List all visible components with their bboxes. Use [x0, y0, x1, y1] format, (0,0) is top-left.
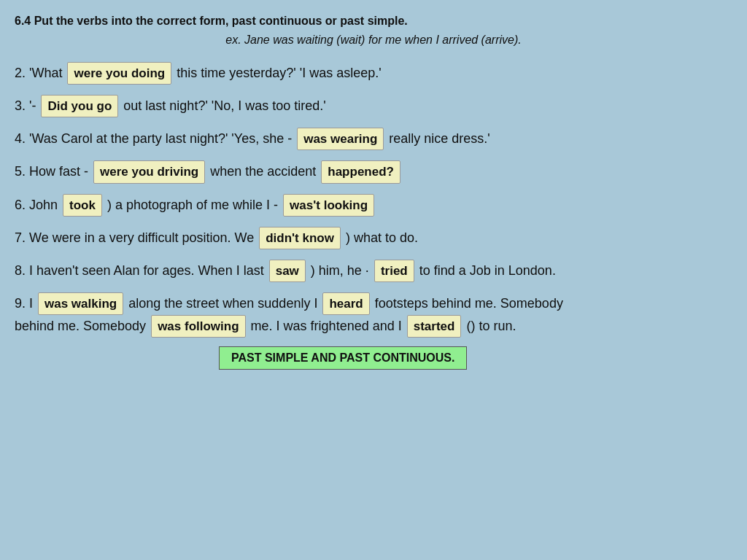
- exercise-9: 9. I was walking along the street when s…: [15, 292, 732, 338]
- ex9-answer1: was walking: [38, 292, 123, 315]
- main-title: 6.4 Put the verbs into the correct form,…: [15, 13, 732, 29]
- ex5-answer2: happened?: [321, 160, 400, 183]
- ex2-number: 2.: [15, 66, 26, 80]
- exercise-5: 5. How fast - were you driving when the …: [15, 160, 732, 183]
- ex5-text2: when the accident: [210, 164, 320, 179]
- exercise-4: 4. 'Was Carol at the party last night?' …: [15, 128, 732, 150]
- ex5-text1: How fast -: [29, 164, 92, 179]
- ex9-answer3: was following: [151, 315, 245, 338]
- ex4-text2: really nice dress.': [389, 131, 490, 146]
- ex9-answer2: heard: [322, 292, 369, 315]
- ex5-number: 5.: [15, 164, 26, 179]
- ex7-answer: didn't know: [259, 227, 341, 249]
- ex6-number: 6.: [15, 198, 26, 212]
- exercise-3: 3. '- Did you go out last night?' 'No, I…: [15, 95, 732, 117]
- ex7-number: 7.: [15, 230, 26, 245]
- ex4-number: 4.: [15, 131, 26, 146]
- ex9-mid1: along the street when suddenly I: [128, 296, 321, 311]
- ex6-answer1: took: [63, 194, 102, 217]
- ex5-answer1: were you driving: [93, 160, 205, 183]
- ex7-text2: ) what to do.: [346, 230, 418, 245]
- ex3-text2: out last night?' 'No, I was too tired.': [123, 98, 325, 113]
- ex6-answer2: was't looking: [283, 194, 374, 217]
- ex8-text1: I haven't seen Alan for ages. When I las…: [29, 263, 268, 278]
- subtitle-prefix: ex.: [225, 34, 244, 46]
- exercise-6: 6. John took ) a photograph of me while …: [15, 194, 732, 217]
- exercise-2: 2. 'What were you doing this time yester…: [15, 62, 732, 85]
- ex9-mid3: me. I was frightened and I: [251, 319, 406, 333]
- ex2-text1: 'What: [29, 66, 66, 80]
- ex4-text1: 'Was Carol at the party last night?' 'Ye…: [29, 131, 295, 146]
- ex6-text2: ) a photograph of me while I -: [107, 198, 282, 212]
- exercise-7: 7. We were in a very difficult position.…: [15, 227, 732, 249]
- ex2-answer: were you doing: [67, 62, 171, 85]
- subtitle: ex. Jane was waiting (wait) for me when …: [15, 32, 732, 48]
- ex3-number: 3.: [15, 98, 26, 113]
- ex8-text2: ) him, he ·: [311, 263, 369, 278]
- footer-text: PAST SIMPLE AND PAST CONTINUOUS.: [219, 346, 467, 370]
- ex9-behind: behind me. Somebody: [15, 319, 150, 333]
- ex8-number: 8.: [15, 263, 26, 278]
- ex9-answer4: started: [407, 315, 462, 338]
- ex3-text1: '-: [29, 98, 39, 113]
- ex9-suffix: () to run.: [466, 319, 516, 333]
- subtitle-italic: Jane was waiting (wait) for me when I ar…: [244, 34, 522, 46]
- ex9-prefix: 9. I: [15, 296, 36, 311]
- ex6-text1: John: [29, 198, 61, 212]
- ex8-answer1: saw: [269, 260, 306, 282]
- exercise-8: 8. I haven't seen Alan for ages. When I …: [15, 260, 732, 282]
- footer-banner: PAST SIMPLE AND PAST CONTINUOUS.: [15, 342, 732, 370]
- ex7-text1: We were in a very difficult position. We: [29, 230, 258, 245]
- ex3-answer: Did you go: [41, 95, 118, 117]
- ex9-mid2: footsteps behind me. Somebody: [375, 296, 563, 311]
- ex4-answer: was wearing: [297, 128, 384, 150]
- ex8-text3: to find a Job in London.: [419, 263, 556, 278]
- ex2-text2: this time yesterday?' 'I was asleep.': [177, 66, 381, 80]
- ex8-answer2: tried: [374, 260, 414, 282]
